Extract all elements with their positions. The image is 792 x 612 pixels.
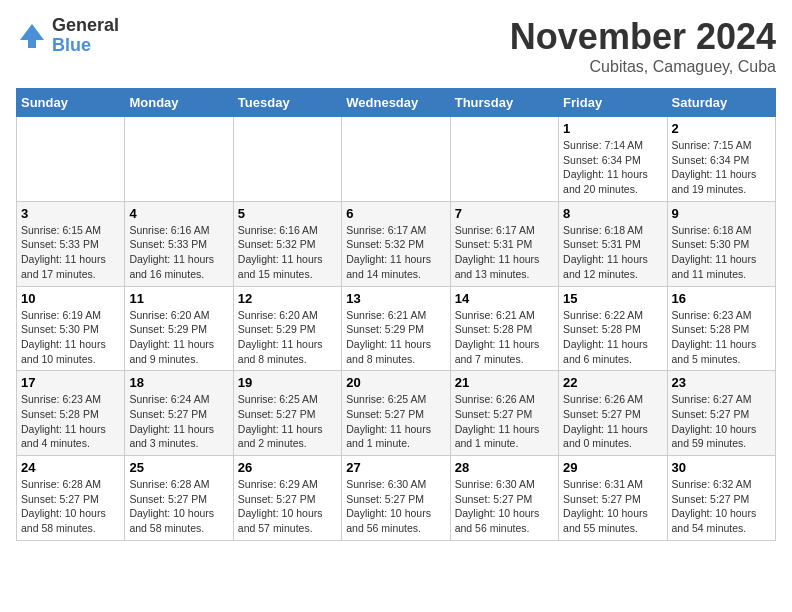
calendar-cell: 15Sunrise: 6:22 AM Sunset: 5:28 PM Dayli… — [559, 286, 667, 371]
day-number: 21 — [455, 375, 554, 390]
day-number: 23 — [672, 375, 771, 390]
calendar-week-row: 1Sunrise: 7:14 AM Sunset: 6:34 PM Daylig… — [17, 117, 776, 202]
calendar-cell: 14Sunrise: 6:21 AM Sunset: 5:28 PM Dayli… — [450, 286, 558, 371]
logo-blue-text: Blue — [52, 36, 119, 56]
calendar-cell: 16Sunrise: 6:23 AM Sunset: 5:28 PM Dayli… — [667, 286, 775, 371]
day-info: Sunrise: 6:23 AM Sunset: 5:28 PM Dayligh… — [21, 392, 120, 451]
calendar-cell: 10Sunrise: 6:19 AM Sunset: 5:30 PM Dayli… — [17, 286, 125, 371]
weekday-header-thursday: Thursday — [450, 89, 558, 117]
calendar-cell: 30Sunrise: 6:32 AM Sunset: 5:27 PM Dayli… — [667, 456, 775, 541]
day-number: 20 — [346, 375, 445, 390]
day-number: 3 — [21, 206, 120, 221]
calendar-cell: 8Sunrise: 6:18 AM Sunset: 5:31 PM Daylig… — [559, 201, 667, 286]
day-info: Sunrise: 6:31 AM Sunset: 5:27 PM Dayligh… — [563, 477, 662, 536]
weekday-header-row: SundayMondayTuesdayWednesdayThursdayFrid… — [17, 89, 776, 117]
day-number: 14 — [455, 291, 554, 306]
calendar-cell: 21Sunrise: 6:26 AM Sunset: 5:27 PM Dayli… — [450, 371, 558, 456]
day-info: Sunrise: 6:29 AM Sunset: 5:27 PM Dayligh… — [238, 477, 337, 536]
weekday-header-saturday: Saturday — [667, 89, 775, 117]
logo-general-text: General — [52, 16, 119, 36]
day-number: 4 — [129, 206, 228, 221]
calendar-cell: 3Sunrise: 6:15 AM Sunset: 5:33 PM Daylig… — [17, 201, 125, 286]
day-info: Sunrise: 6:22 AM Sunset: 5:28 PM Dayligh… — [563, 308, 662, 367]
calendar-cell — [450, 117, 558, 202]
day-number: 26 — [238, 460, 337, 475]
day-info: Sunrise: 6:32 AM Sunset: 5:27 PM Dayligh… — [672, 477, 771, 536]
day-number: 28 — [455, 460, 554, 475]
day-info: Sunrise: 6:15 AM Sunset: 5:33 PM Dayligh… — [21, 223, 120, 282]
calendar-week-row: 17Sunrise: 6:23 AM Sunset: 5:28 PM Dayli… — [17, 371, 776, 456]
header: General Blue November 2024 Cubitas, Cama… — [16, 16, 776, 76]
calendar-cell: 29Sunrise: 6:31 AM Sunset: 5:27 PM Dayli… — [559, 456, 667, 541]
day-info: Sunrise: 6:19 AM Sunset: 5:30 PM Dayligh… — [21, 308, 120, 367]
day-number: 22 — [563, 375, 662, 390]
calendar-cell: 5Sunrise: 6:16 AM Sunset: 5:32 PM Daylig… — [233, 201, 341, 286]
day-info: Sunrise: 6:21 AM Sunset: 5:28 PM Dayligh… — [455, 308, 554, 367]
day-number: 27 — [346, 460, 445, 475]
calendar-cell: 2Sunrise: 7:15 AM Sunset: 6:34 PM Daylig… — [667, 117, 775, 202]
day-info: Sunrise: 6:18 AM Sunset: 5:30 PM Dayligh… — [672, 223, 771, 282]
calendar-cell: 24Sunrise: 6:28 AM Sunset: 5:27 PM Dayli… — [17, 456, 125, 541]
day-info: Sunrise: 6:16 AM Sunset: 5:33 PM Dayligh… — [129, 223, 228, 282]
calendar-cell: 22Sunrise: 6:26 AM Sunset: 5:27 PM Dayli… — [559, 371, 667, 456]
weekday-header-friday: Friday — [559, 89, 667, 117]
calendar-cell: 23Sunrise: 6:27 AM Sunset: 5:27 PM Dayli… — [667, 371, 775, 456]
calendar-cell — [17, 117, 125, 202]
day-info: Sunrise: 6:21 AM Sunset: 5:29 PM Dayligh… — [346, 308, 445, 367]
calendar-week-row: 24Sunrise: 6:28 AM Sunset: 5:27 PM Dayli… — [17, 456, 776, 541]
calendar-cell: 19Sunrise: 6:25 AM Sunset: 5:27 PM Dayli… — [233, 371, 341, 456]
day-info: Sunrise: 6:17 AM Sunset: 5:32 PM Dayligh… — [346, 223, 445, 282]
calendar-cell: 28Sunrise: 6:30 AM Sunset: 5:27 PM Dayli… — [450, 456, 558, 541]
day-info: Sunrise: 6:25 AM Sunset: 5:27 PM Dayligh… — [346, 392, 445, 451]
day-number: 7 — [455, 206, 554, 221]
logo: General Blue — [16, 16, 119, 56]
calendar-cell: 17Sunrise: 6:23 AM Sunset: 5:28 PM Dayli… — [17, 371, 125, 456]
calendar-cell: 18Sunrise: 6:24 AM Sunset: 5:27 PM Dayli… — [125, 371, 233, 456]
day-info: Sunrise: 6:26 AM Sunset: 5:27 PM Dayligh… — [563, 392, 662, 451]
calendar-cell — [342, 117, 450, 202]
calendar-table: SundayMondayTuesdayWednesdayThursdayFrid… — [16, 88, 776, 541]
day-number: 24 — [21, 460, 120, 475]
title-area: November 2024 Cubitas, Camaguey, Cuba — [510, 16, 776, 76]
calendar-cell: 25Sunrise: 6:28 AM Sunset: 5:27 PM Dayli… — [125, 456, 233, 541]
calendar-cell: 9Sunrise: 6:18 AM Sunset: 5:30 PM Daylig… — [667, 201, 775, 286]
calendar-cell: 4Sunrise: 6:16 AM Sunset: 5:33 PM Daylig… — [125, 201, 233, 286]
weekday-header-tuesday: Tuesday — [233, 89, 341, 117]
day-info: Sunrise: 6:28 AM Sunset: 5:27 PM Dayligh… — [129, 477, 228, 536]
location-title: Cubitas, Camaguey, Cuba — [510, 58, 776, 76]
day-info: Sunrise: 6:20 AM Sunset: 5:29 PM Dayligh… — [238, 308, 337, 367]
day-info: Sunrise: 6:18 AM Sunset: 5:31 PM Dayligh… — [563, 223, 662, 282]
calendar-cell: 26Sunrise: 6:29 AM Sunset: 5:27 PM Dayli… — [233, 456, 341, 541]
day-number: 30 — [672, 460, 771, 475]
day-number: 15 — [563, 291, 662, 306]
day-number: 5 — [238, 206, 337, 221]
day-number: 6 — [346, 206, 445, 221]
day-number: 29 — [563, 460, 662, 475]
day-number: 10 — [21, 291, 120, 306]
day-number: 8 — [563, 206, 662, 221]
weekday-header-sunday: Sunday — [17, 89, 125, 117]
day-number: 9 — [672, 206, 771, 221]
day-info: Sunrise: 7:15 AM Sunset: 6:34 PM Dayligh… — [672, 138, 771, 197]
calendar-cell: 20Sunrise: 6:25 AM Sunset: 5:27 PM Dayli… — [342, 371, 450, 456]
day-number: 12 — [238, 291, 337, 306]
day-info: Sunrise: 6:28 AM Sunset: 5:27 PM Dayligh… — [21, 477, 120, 536]
weekday-header-wednesday: Wednesday — [342, 89, 450, 117]
calendar-cell: 12Sunrise: 6:20 AM Sunset: 5:29 PM Dayli… — [233, 286, 341, 371]
svg-marker-0 — [20, 24, 44, 48]
calendar-cell — [233, 117, 341, 202]
day-info: Sunrise: 6:30 AM Sunset: 5:27 PM Dayligh… — [455, 477, 554, 536]
day-number: 18 — [129, 375, 228, 390]
calendar-cell: 11Sunrise: 6:20 AM Sunset: 5:29 PM Dayli… — [125, 286, 233, 371]
calendar-cell: 1Sunrise: 7:14 AM Sunset: 6:34 PM Daylig… — [559, 117, 667, 202]
day-info: Sunrise: 6:26 AM Sunset: 5:27 PM Dayligh… — [455, 392, 554, 451]
day-info: Sunrise: 6:30 AM Sunset: 5:27 PM Dayligh… — [346, 477, 445, 536]
day-number: 19 — [238, 375, 337, 390]
day-info: Sunrise: 6:20 AM Sunset: 5:29 PM Dayligh… — [129, 308, 228, 367]
day-number: 13 — [346, 291, 445, 306]
day-info: Sunrise: 6:17 AM Sunset: 5:31 PM Dayligh… — [455, 223, 554, 282]
month-title: November 2024 — [510, 16, 776, 58]
day-info: Sunrise: 6:27 AM Sunset: 5:27 PM Dayligh… — [672, 392, 771, 451]
calendar-week-row: 10Sunrise: 6:19 AM Sunset: 5:30 PM Dayli… — [17, 286, 776, 371]
calendar-cell: 13Sunrise: 6:21 AM Sunset: 5:29 PM Dayli… — [342, 286, 450, 371]
